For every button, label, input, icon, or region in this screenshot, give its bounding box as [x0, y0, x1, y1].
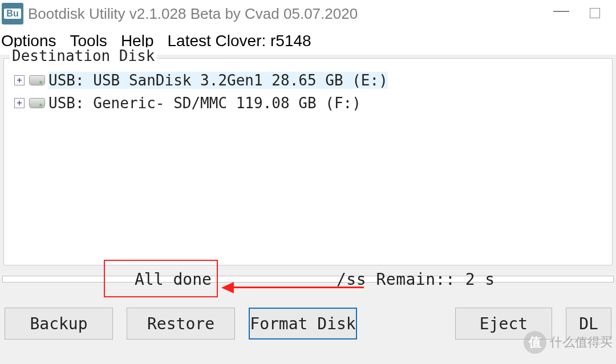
- format-disk-button[interactable]: Format Disk: [249, 308, 357, 340]
- status-all-done: All done: [135, 270, 212, 289]
- backup-button[interactable]: Backup: [5, 308, 113, 340]
- status-area: All done /ss Remain:: 2 s: [0, 268, 616, 297]
- disk-row[interactable]: + USB: USB SanDisk 3.2Gen1 28.65 GB (E:): [14, 69, 612, 92]
- watermark: 值 什么值得买: [524, 331, 613, 354]
- destination-disk-legend: Destination Disk: [10, 47, 157, 64]
- restore-button[interactable]: Restore: [127, 308, 235, 340]
- expand-icon[interactable]: +: [14, 75, 25, 85]
- minimize-button[interactable]: —: [553, 1, 569, 19]
- titlebar: Bu Bootdisk Utility v2.1.028 Beta by Cva…: [0, 0, 616, 27]
- disk-label: USB: USB SanDisk 3.2Gen1 28.65 GB (E:): [48, 72, 388, 89]
- disk-label: USB: Generic- SD/MMC 119.08 GB (F:): [48, 95, 361, 112]
- window-title: Bootdisk Utility v2.1.028 Beta by Cvad 0…: [28, 5, 553, 23]
- drive-icon: [29, 98, 45, 108]
- disk-row[interactable]: + USB: Generic- SD/MMC 119.08 GB (F:): [14, 92, 612, 114]
- drive-icon: [29, 75, 45, 85]
- progress-bar: [2, 276, 614, 283]
- watermark-text: 什么值得买: [550, 334, 613, 351]
- expand-icon[interactable]: +: [14, 98, 25, 108]
- watermark-icon: 值: [524, 331, 546, 354]
- destination-disk-group: Destination Disk + USB: USB SanDisk 3.2G…: [3, 58, 613, 265]
- disk-list[interactable]: + USB: USB SanDisk 3.2Gen1 28.65 GB (E:)…: [4, 59, 612, 265]
- maximize-button[interactable]: [590, 8, 600, 18]
- app-icon: Bu: [2, 3, 23, 24]
- latest-clover-label: Latest Clover: r5148: [167, 32, 311, 50]
- annotation-arrow: [221, 284, 364, 292]
